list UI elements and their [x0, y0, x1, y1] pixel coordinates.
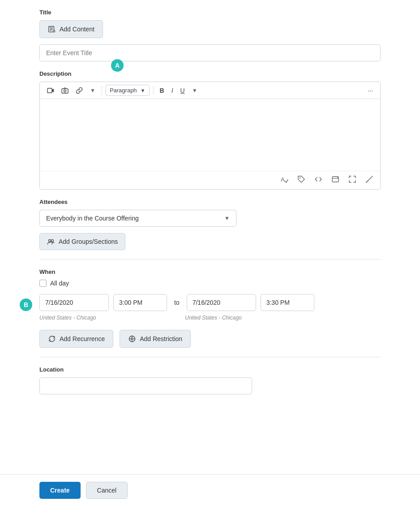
end-timezone: United States - Chicago: [185, 315, 254, 321]
groups-icon: [47, 238, 55, 246]
end-date-group: [187, 294, 256, 311]
paragraph-select[interactable]: Paragraph ▼: [106, 85, 150, 96]
add-restriction-button[interactable]: Add Restriction: [120, 330, 191, 348]
chevron-down-icon: ▼: [90, 87, 95, 94]
allday-checkbox[interactable]: [39, 280, 47, 287]
allday-row: All day: [39, 280, 381, 287]
preview-icon: [331, 175, 339, 183]
bold-toolbar-btn[interactable]: B: [157, 85, 167, 96]
title-label: Title: [39, 9, 381, 16]
tag-icon: [297, 175, 305, 183]
svg-point-15: [337, 177, 338, 178]
preview-btn[interactable]: [329, 174, 342, 186]
paragraph-label: Paragraph: [110, 87, 137, 94]
spellcheck-icon: A: [280, 175, 288, 183]
fullscreen-icon: [348, 175, 356, 183]
end-time-input[interactable]: [261, 294, 314, 311]
video-icon: [47, 87, 54, 94]
code-icon: [314, 175, 322, 183]
link-icon: [76, 87, 83, 94]
datetime-row: B to: [39, 294, 381, 311]
camera-toolbar-btn[interactable]: [59, 85, 71, 96]
add-content-label: Add Content: [60, 26, 94, 33]
add-content-button[interactable]: Add Content: [39, 20, 103, 38]
add-recurrence-label: Add Recurrence: [60, 335, 105, 342]
description-label: Description: [39, 70, 381, 77]
toolbar-divider-2: [153, 86, 154, 95]
link-toolbar-btn[interactable]: [73, 85, 86, 96]
more-options-label: ···: [368, 87, 373, 94]
allday-label: All day: [50, 280, 69, 287]
start-time-group: [113, 294, 167, 311]
tag-btn[interactable]: [295, 174, 308, 186]
add-content-icon: [48, 25, 56, 33]
svg-rect-9: [62, 89, 68, 93]
footer-bar: Create Cancel: [0, 474, 420, 506]
attendees-dropdown[interactable]: Everybody in the Course Offering ▼: [39, 210, 236, 227]
attendees-label: Attendees: [39, 199, 381, 205]
code-btn[interactable]: [312, 174, 325, 186]
badge-a: A: [111, 59, 124, 72]
add-groups-button[interactable]: Add Groups/Sections: [39, 233, 125, 250]
svg-point-10: [64, 90, 66, 92]
end-time-group: [261, 294, 314, 311]
add-restriction-label: Add Restriction: [140, 335, 182, 342]
event-title-input[interactable]: [39, 44, 381, 61]
create-button[interactable]: Create: [39, 482, 81, 499]
italic-toolbar-btn[interactable]: I: [169, 85, 176, 96]
to-label: to: [174, 299, 180, 306]
attendees-chevron-icon: ▼: [224, 215, 230, 221]
svg-point-19: [51, 240, 54, 242]
badge-b: B: [20, 298, 32, 311]
bold-label: B: [160, 87, 164, 94]
insert-dropdown-btn[interactable]: ▼: [87, 86, 98, 95]
editor-footer: A: [40, 171, 380, 189]
start-time-input[interactable]: [113, 294, 167, 311]
editor-body[interactable]: [40, 99, 380, 171]
edit-btn[interactable]: [363, 174, 376, 186]
paragraph-chevron-icon: ▼: [141, 88, 146, 93]
start-datetime-group: [39, 294, 109, 311]
underline-label: U: [180, 87, 185, 94]
underline-toolbar-btn[interactable]: U: [178, 85, 188, 96]
cancel-button[interactable]: Cancel: [86, 482, 128, 499]
svg-rect-7: [47, 88, 52, 93]
toolbar-divider-1: [102, 86, 102, 95]
camera-icon: [61, 87, 69, 94]
start-date-input[interactable]: [39, 294, 109, 311]
divider-2: [39, 357, 381, 357]
edit-icon: [365, 175, 373, 183]
divider-1: [39, 259, 381, 259]
svg-line-17: [366, 181, 368, 182]
start-timezone: United States - Chicago: [39, 315, 109, 321]
editor-toolbar: ▼ Paragraph ▼ B I U: [40, 82, 380, 99]
format-dropdown-btn[interactable]: ▼: [189, 86, 200, 95]
italic-label: I: [171, 87, 173, 94]
end-date-input[interactable]: [187, 294, 256, 311]
restriction-icon: [128, 335, 136, 343]
add-groups-label: Add Groups/Sections: [59, 238, 118, 245]
format-chevron-icon: ▼: [192, 87, 197, 94]
when-label: When: [39, 268, 381, 275]
svg-point-21: [131, 338, 133, 340]
recurrence-icon: [48, 335, 56, 343]
svg-text:A: A: [281, 176, 285, 183]
location-label: Location: [39, 366, 381, 373]
attendees-value: Everybody in the Course Offering: [46, 215, 139, 222]
recurrence-row: Add Recurrence Add Restriction: [39, 330, 381, 348]
svg-point-12: [300, 177, 300, 178]
add-recurrence-button[interactable]: Add Recurrence: [39, 330, 113, 348]
more-options-btn[interactable]: ···: [365, 85, 376, 96]
description-editor: ▼ Paragraph ▼ B I U: [39, 82, 381, 190]
video-toolbar-btn[interactable]: [44, 85, 57, 96]
location-input[interactable]: [39, 377, 252, 394]
spellcheck-btn[interactable]: A: [278, 174, 291, 186]
fullscreen-btn[interactable]: [346, 174, 359, 186]
svg-point-18: [49, 240, 51, 242]
